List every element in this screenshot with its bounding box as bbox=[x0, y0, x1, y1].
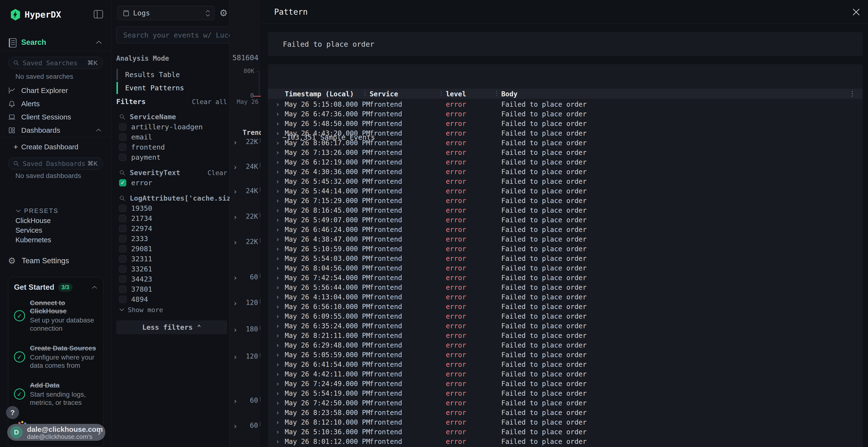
checkbox[interactable] bbox=[119, 143, 126, 151]
expand-row-chevron-icon[interactable]: › bbox=[276, 120, 280, 128]
table-row[interactable]: ›May 26 4:43:20.000 PMfrontenderrorFaile… bbox=[268, 128, 863, 138]
table-row[interactable]: ›May 26 7:15:29.000 PMfrontenderrorFaile… bbox=[268, 196, 863, 205]
expand-row-chevron-icon[interactable]: › bbox=[276, 438, 280, 446]
close-icon[interactable] bbox=[851, 7, 861, 17]
col-service[interactable]: Service bbox=[370, 90, 398, 98]
expand-row-chevron-icon[interactable]: › bbox=[276, 139, 280, 147]
checkbox[interactable] bbox=[119, 215, 126, 222]
expand-row-chevron-icon[interactable]: › bbox=[276, 409, 280, 417]
source-settings-gear-icon[interactable]: ⚙ bbox=[219, 8, 227, 18]
expand-row-chevron-icon[interactable]: › bbox=[276, 216, 280, 224]
expand-row-chevron-icon[interactable]: › bbox=[276, 303, 280, 311]
checkbox[interactable] bbox=[119, 276, 126, 283]
table-row[interactable]: ›May 26 5:45:32.000 PMfrontenderrorFaile… bbox=[268, 176, 863, 186]
sidebar-item-alerts[interactable]: Alerts bbox=[0, 97, 112, 110]
expand-row-chevron-icon[interactable]: › bbox=[233, 163, 238, 172]
table-row[interactable]: ›May 26 4:30:36.000 PMfrontenderrorFaile… bbox=[268, 167, 863, 176]
expand-row-chevron-icon[interactable]: › bbox=[233, 325, 238, 334]
less-filters-button[interactable]: Less filters ⌃ bbox=[116, 320, 227, 334]
expand-row-chevron-icon[interactable]: › bbox=[276, 283, 280, 291]
preset-item-clickhouse[interactable]: ClickHouse bbox=[0, 216, 112, 226]
expand-row-chevron-icon[interactable]: › bbox=[276, 206, 280, 214]
sidebar-collapse-icon[interactable] bbox=[94, 10, 103, 19]
filter-option[interactable]: 19350 bbox=[116, 203, 229, 213]
expand-row-chevron-icon[interactable]: › bbox=[233, 352, 238, 362]
show-more-button[interactable]: Show more bbox=[116, 304, 229, 315]
expand-row-chevron-icon[interactable]: › bbox=[276, 100, 280, 108]
expand-row-chevron-icon[interactable]: › bbox=[276, 312, 280, 320]
expand-row-chevron-icon[interactable]: › bbox=[276, 177, 280, 185]
expand-row-chevron-icon[interactable]: › bbox=[233, 187, 238, 196]
sidebar-item-client-sessions[interactable]: Client Sessions bbox=[0, 110, 112, 124]
expand-row-chevron-icon[interactable]: › bbox=[233, 273, 238, 282]
table-row[interactable]: ›May 26 8:23:58.000 PMfrontenderrorFaile… bbox=[268, 408, 863, 417]
table-row[interactable]: ›May 26 8:04:56.000 PMfrontenderrorFaile… bbox=[268, 263, 863, 273]
expand-row-chevron-icon[interactable]: › bbox=[276, 380, 280, 388]
get-started-item[interactable]: ✓Add DataStart sending logs, metrics, or… bbox=[14, 381, 98, 407]
table-row[interactable]: ›May 26 4:13:04.000 PMfrontenderrorFaile… bbox=[268, 292, 863, 302]
table-row[interactable]: ›May 26 5:48:50.000 PMfrontenderrorFaile… bbox=[268, 118, 863, 128]
filter-option[interactable]: artillery-loadgen bbox=[116, 122, 229, 132]
table-row[interactable]: ›May 26 5:54:03.000 PMfrontenderrorFaile… bbox=[268, 253, 863, 263]
expand-row-chevron-icon[interactable]: › bbox=[276, 110, 280, 118]
filter-option[interactable]: email bbox=[116, 132, 229, 142]
expand-row-chevron-icon[interactable]: › bbox=[276, 418, 280, 426]
col-body[interactable]: Body bbox=[501, 90, 518, 98]
table-row[interactable]: ›May 26 6:12:19.000 PMfrontenderrorFaile… bbox=[268, 157, 863, 167]
table-row[interactable]: ›May 26 6:35:24.000 PMfrontenderrorFaile… bbox=[268, 321, 863, 331]
filter-option[interactable]: payment bbox=[116, 152, 229, 162]
expand-row-chevron-icon[interactable]: › bbox=[233, 299, 238, 308]
expand-row-chevron-icon[interactable]: › bbox=[276, 351, 280, 359]
expand-row-chevron-icon[interactable]: › bbox=[276, 129, 280, 137]
table-row[interactable]: ›May 26 6:09:55.000 PMfrontenderrorFaile… bbox=[268, 311, 863, 321]
filter-option[interactable]: 4894 bbox=[116, 294, 229, 304]
sidebar-item-team-settings[interactable]: ⚙ Team Settings bbox=[0, 254, 112, 267]
table-row[interactable]: ›May 26 8:06:17.000 PMfrontenderrorFaile… bbox=[268, 138, 863, 147]
table-row[interactable]: ›May 26 5:49:07.000 PMfrontenderrorFaile… bbox=[268, 215, 863, 225]
filter-option[interactable]: 33261 bbox=[116, 264, 229, 274]
expand-row-chevron-icon[interactable]: › bbox=[276, 235, 280, 243]
checkbox[interactable] bbox=[119, 245, 126, 252]
table-row[interactable]: ›May 26 8:12:10.000 PMfrontenderrorFaile… bbox=[268, 417, 863, 427]
expand-row-chevron-icon[interactable]: › bbox=[233, 212, 238, 221]
table-menu-kebab-icon[interactable]: ⋮ bbox=[849, 90, 856, 98]
presets-toggle[interactable]: PRESETS bbox=[0, 207, 112, 216]
filter-option[interactable]: 21734 bbox=[116, 213, 229, 224]
checkbox[interactable] bbox=[119, 225, 126, 232]
expand-row-chevron-icon[interactable]: › bbox=[276, 389, 280, 398]
table-row[interactable]: ›May 26 5:10:36.000 PMfrontenderrorFaile… bbox=[268, 427, 863, 437]
expand-row-chevron-icon[interactable]: › bbox=[276, 322, 280, 330]
filter-option[interactable]: 22974 bbox=[116, 224, 229, 234]
expand-row-chevron-icon[interactable]: › bbox=[276, 226, 280, 234]
checkbox[interactable] bbox=[119, 133, 126, 141]
filter-option[interactable]: ✓error bbox=[116, 178, 229, 188]
expand-row-chevron-icon[interactable]: › bbox=[276, 399, 280, 407]
expand-row-chevron-icon[interactable]: › bbox=[276, 197, 280, 205]
expand-row-chevron-icon[interactable]: › bbox=[276, 370, 280, 378]
preset-item-kubernetes[interactable]: Kubernetes bbox=[0, 235, 112, 245]
expand-row-chevron-icon[interactable]: › bbox=[233, 421, 238, 431]
expand-row-chevron-icon[interactable]: › bbox=[276, 341, 280, 349]
expand-row-chevron-icon[interactable]: › bbox=[276, 187, 280, 195]
sidebar-item-chart-explorer[interactable]: Chart Explorer bbox=[0, 84, 112, 97]
clear-filter-button[interactable]: Clear bbox=[208, 169, 227, 176]
checkbox[interactable] bbox=[119, 123, 126, 131]
get-started-item[interactable]: ✓Create Data SourcesConfigure where your… bbox=[14, 344, 98, 370]
expand-row-chevron-icon[interactable]: › bbox=[276, 428, 280, 436]
expand-row-chevron-icon[interactable]: › bbox=[233, 397, 238, 406]
filter-option[interactable]: 32311 bbox=[116, 254, 229, 264]
checkbox[interactable] bbox=[119, 205, 126, 212]
table-row[interactable]: ›May 26 7:24:49.000 PMfrontenderrorFaile… bbox=[268, 379, 863, 388]
filter-option[interactable]: frontend bbox=[116, 142, 229, 152]
mode-event-patterns[interactable]: Event Patterns bbox=[125, 84, 184, 92]
filter-option[interactable]: 29081 bbox=[116, 244, 229, 254]
expand-row-chevron-icon[interactable]: › bbox=[276, 332, 280, 340]
table-row[interactable]: ›May 26 6:25:44.000 PMfrontenderrorFaile… bbox=[268, 446, 863, 447]
preset-item-services[interactable]: Services bbox=[0, 226, 112, 235]
expand-row-chevron-icon[interactable]: › bbox=[233, 138, 238, 147]
help-button[interactable]: ? bbox=[6, 406, 19, 419]
clear-all-button[interactable]: Clear all bbox=[192, 98, 227, 105]
checkbox[interactable] bbox=[119, 286, 126, 293]
checkbox[interactable] bbox=[119, 265, 126, 273]
user-menu[interactable]: D dale@clickhouse.com dale@clickhouse.co… bbox=[7, 424, 105, 441]
